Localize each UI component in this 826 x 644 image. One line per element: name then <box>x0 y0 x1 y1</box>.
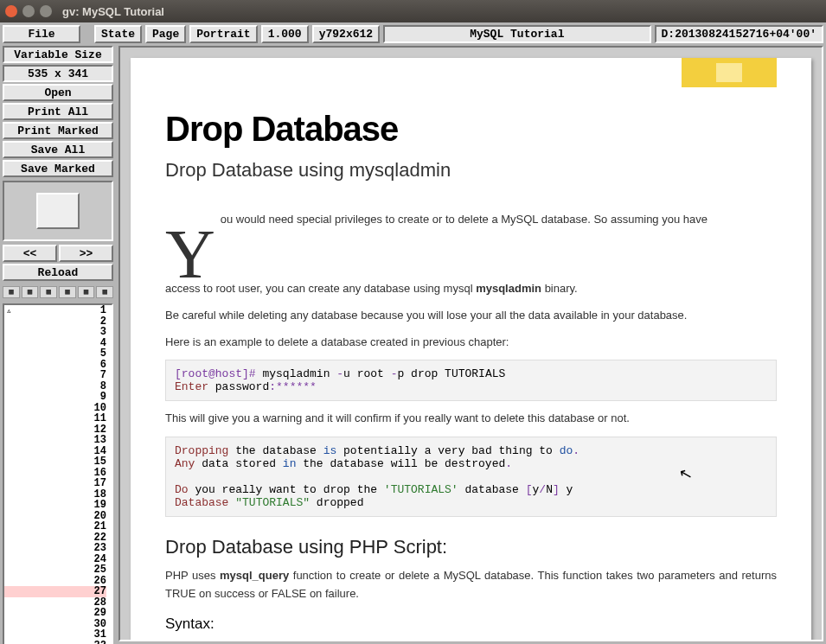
sidebar: Variable Size 535 x 341 Open Print All P… <box>3 46 113 641</box>
page-list-item[interactable]: 15 <box>4 456 106 468</box>
text: binary. <box>541 282 578 295</box>
page-list-item[interactable]: 28 <box>4 597 106 609</box>
page-button[interactable]: Page <box>145 25 186 43</box>
page-list-item[interactable]: 12 <box>4 424 106 436</box>
save-all-button[interactable]: Save All <box>3 141 113 158</box>
close-icon[interactable] <box>5 5 17 17</box>
view-icon[interactable]: ▦ <box>3 286 20 298</box>
page-list-item[interactable]: 9 <box>4 392 106 403</box>
text-bold: mysql_query <box>220 569 289 582</box>
document-viewport[interactable]: Drop Database Drop Database using mysqla… <box>118 46 823 641</box>
state-button[interactable]: State <box>94 25 142 43</box>
next-page-button[interactable]: >> <box>59 245 113 262</box>
orientation-button[interactable]: Portrait <box>189 25 257 43</box>
page-list-item[interactable]: 13 <box>4 435 106 446</box>
page-list-item[interactable]: 7 <box>4 370 106 381</box>
page-list-item[interactable]: 21 <box>4 521 106 532</box>
page-list-item[interactable]: 25 <box>4 564 106 576</box>
page-list-item[interactable]: 4 <box>4 338 106 349</box>
toolbar: File State Page Portrait 1.000 y792x612 … <box>0 22 826 43</box>
view-mode-icons[interactable]: ▦ ▦ ▦ ▦ ▦ ▦ <box>3 284 113 300</box>
minimize-icon[interactable] <box>22 5 35 17</box>
chapter-tab-icon <box>682 58 777 87</box>
maximize-icon[interactable] <box>40 5 52 17</box>
view-icon[interactable]: ▦ <box>40 286 57 298</box>
window-titlebar: gv: MySQL Tutorial <box>0 0 826 22</box>
window-title: gv: MySQL Tutorial <box>62 5 164 18</box>
zoom-button[interactable]: 1.000 <box>261 25 309 43</box>
page-list-item[interactable]: 22 <box>4 532 106 544</box>
page-list-item[interactable]: 24 <box>4 554 106 565</box>
paragraph: Here is an example to delete a database … <box>165 334 777 352</box>
page-list-item[interactable]: 16 <box>4 468 106 479</box>
page-list-item[interactable]: 31 <box>4 629 106 641</box>
page-list-item[interactable]: 17 <box>4 478 106 489</box>
paragraph: access to root user, you can create any … <box>165 280 777 298</box>
page-list-item[interactable]: 32 <box>4 641 106 645</box>
file-menu-button[interactable]: File <box>3 25 80 43</box>
text: access to root user, you can create any … <box>165 282 476 295</box>
paragraph: Be careful while deleting any database b… <box>165 307 777 325</box>
page-number-list[interactable]: ▵ 12345678910111213141516171819202122232… <box>3 303 113 644</box>
drop-cap: Y <box>165 228 215 280</box>
subsection-heading: Syntax: <box>165 615 777 633</box>
open-button[interactable]: Open <box>3 84 113 101</box>
paragraph: PHP uses mysql_query function to create … <box>165 567 777 603</box>
view-icon[interactable]: ▦ <box>22 286 39 298</box>
page-list-item[interactable]: 30 <box>4 619 106 630</box>
document-page: Drop Database Drop Database using mysqla… <box>131 58 811 641</box>
document-timestamp: D:20130824152716+04'00' <box>655 25 823 43</box>
page-list-item[interactable]: 6 <box>4 360 106 371</box>
scroll-marker-icon: ▵ <box>6 305 12 316</box>
dimensions-display: 535 x 341 <box>3 65 113 82</box>
print-marked-button[interactable]: Print Marked <box>3 122 113 139</box>
section-heading: Drop Database using mysqladmin <box>165 159 777 182</box>
view-icon[interactable]: ▦ <box>96 286 113 298</box>
scale-mode-label: Variable Size <box>3 46 113 63</box>
media-button[interactable]: y792x612 <box>312 25 380 43</box>
page-list-item[interactable]: 19 <box>4 500 106 511</box>
page-thumbnail[interactable] <box>3 181 113 241</box>
prev-page-button[interactable]: << <box>3 245 57 262</box>
section-heading: Drop Database using PHP Script: <box>165 536 777 558</box>
page-list-item[interactable]: 2 <box>4 316 106 328</box>
text: PHP uses <box>165 569 220 582</box>
code-block: [root@host]# mysqladmin -u root -p drop … <box>165 360 777 401</box>
save-marked-button[interactable]: Save Marked <box>3 160 113 177</box>
paragraph: This will give you a warning and it will… <box>165 410 777 428</box>
print-all-button[interactable]: Print All <box>3 103 113 120</box>
page-list-item[interactable]: 1 <box>4 305 106 316</box>
view-icon[interactable]: ▦ <box>59 286 76 298</box>
page-list-item[interactable]: 20 <box>4 511 106 522</box>
page-list-item[interactable]: 27 <box>4 586 106 597</box>
text-bold: mysqladmin <box>476 282 541 295</box>
page-list-item[interactable]: 8 <box>4 381 106 392</box>
page-list-item[interactable]: 14 <box>4 446 106 457</box>
reload-button[interactable]: Reload <box>3 264 113 281</box>
page-list-item[interactable]: 10 <box>4 403 106 414</box>
page-list-item[interactable]: 23 <box>4 543 106 554</box>
paragraph: Y ou would need special privileges to cr… <box>165 211 777 229</box>
page-list-item[interactable]: 26 <box>4 576 106 587</box>
page-list-item[interactable]: 11 <box>4 413 106 424</box>
view-icon[interactable]: ▦ <box>78 286 95 298</box>
text: ou would need special privileges to crea… <box>221 213 708 226</box>
page-list-item[interactable]: 5 <box>4 348 106 360</box>
page-list-item[interactable]: 29 <box>4 608 106 619</box>
page-list-item[interactable]: 18 <box>4 489 106 501</box>
page-list-item[interactable]: 3 <box>4 327 106 338</box>
document-title-display: MySQL Tutorial <box>383 25 650 43</box>
